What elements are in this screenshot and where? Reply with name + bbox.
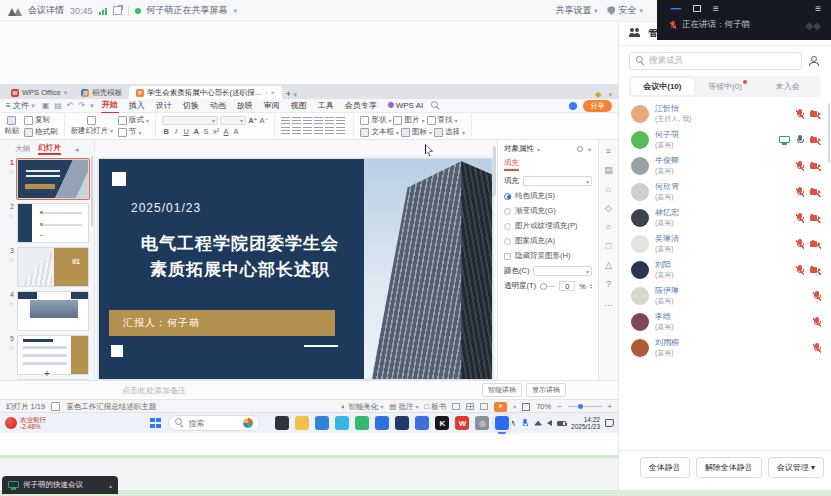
close-panel-icon[interactable]: × bbox=[588, 145, 592, 154]
slide-thumbnail[interactable]: 1☆ bbox=[0, 157, 94, 201]
mic-on-icon[interactable] bbox=[796, 135, 804, 146]
zoom-slider[interactable] bbox=[568, 406, 602, 407]
align-right-icon[interactable] bbox=[303, 127, 312, 135]
store-app-icon[interactable] bbox=[415, 416, 429, 430]
increase-font-icon[interactable]: A⁺ bbox=[248, 116, 257, 125]
mic-muted-icon[interactable] bbox=[813, 343, 821, 354]
menu-icon[interactable]: ≡ bbox=[815, 3, 821, 14]
ai-script-button[interactable]: 智能讲稿 bbox=[482, 383, 522, 397]
ribbon-dropdown-button[interactable]: 文本框▾ bbox=[360, 127, 399, 137]
screen-share-icon[interactable] bbox=[779, 136, 790, 145]
taskbar-search[interactable]: 搜索 bbox=[168, 415, 260, 431]
fill-option-radio[interactable]: 图片或纹理填充(P) bbox=[504, 221, 592, 231]
align-center-icon[interactable] bbox=[292, 127, 301, 135]
slide-thumbnail[interactable]: 4☆ bbox=[0, 289, 94, 333]
slide-thumbnail[interactable]: 3☆ 01 bbox=[0, 245, 94, 289]
stepper[interactable]: ▴▾ bbox=[590, 283, 592, 289]
wifi-icon[interactable] bbox=[534, 421, 542, 426]
chevron-down-icon[interactable]: ▾ bbox=[234, 7, 238, 15]
add-slide-button[interactable]: + bbox=[0, 368, 94, 379]
slide-date[interactable]: 2025/01/23 bbox=[131, 201, 201, 215]
beautify-star-icon[interactable]: ☆ bbox=[9, 212, 14, 219]
layout-window-icon[interactable] bbox=[693, 5, 701, 12]
zoom-in-button[interactable]: + bbox=[608, 402, 612, 411]
outline-tab[interactable]: 大纲 bbox=[15, 144, 30, 154]
camera-off-icon[interactable] bbox=[810, 110, 821, 119]
fill-option-radio[interactable]: 纯色填充(S) bbox=[504, 191, 592, 201]
building-photo[interactable] bbox=[364, 159, 492, 379]
outdent-icon[interactable] bbox=[303, 117, 312, 125]
theme-name[interactable]: 蓝色工作汇报总结述职主题 bbox=[66, 402, 156, 412]
show-notes-button[interactable]: 显示讲稿 bbox=[526, 383, 566, 397]
font-style-button[interactable]: A bbox=[232, 127, 240, 136]
camera-off-icon[interactable] bbox=[810, 240, 821, 249]
tray-mic-icon[interactable] bbox=[522, 418, 529, 427]
participant-row[interactable]: 吴琳清 (嘉宾) bbox=[619, 231, 831, 257]
ribbon-tab[interactable]: 审阅 bbox=[263, 99, 281, 113]
minimize-icon[interactable]: — bbox=[671, 3, 681, 14]
font-style-button[interactable]: A bbox=[222, 127, 230, 136]
reading-view-icon[interactable] bbox=[480, 403, 488, 410]
footer-button[interactable]: 全体静音 bbox=[640, 457, 690, 478]
number-list-icon[interactable] bbox=[292, 117, 301, 125]
mic-muted-icon[interactable] bbox=[796, 109, 804, 120]
hide-background-checkbox[interactable]: 隐藏背景图形(H) bbox=[504, 251, 592, 261]
color-select[interactable]: ▾ bbox=[533, 266, 592, 276]
ribbon-tab[interactable]: 开始 bbox=[101, 98, 119, 114]
canvas-scrollbar[interactable] bbox=[493, 146, 496, 196]
beautify-button[interactable]: ◐ 智能美化 ▾ bbox=[342, 402, 384, 412]
meeting-float-bar[interactable]: 何子萌的快速会议 ▴ bbox=[2, 476, 118, 494]
presenter-banner[interactable]: 汇报人：何子萌 bbox=[109, 310, 335, 336]
participant-tab[interactable]: 会议中(10) bbox=[631, 78, 694, 95]
security-button[interactable]: 安全 ▾ bbox=[607, 4, 643, 17]
participant-row[interactable]: 陈伊琳 (嘉宾) bbox=[619, 283, 831, 309]
task-view-icon[interactable] bbox=[275, 416, 289, 430]
mic-muted-icon[interactable] bbox=[796, 213, 804, 224]
camera-off-icon[interactable] bbox=[810, 266, 821, 275]
participant-row[interactable]: 牛俊卿 (嘉宾) bbox=[619, 153, 831, 179]
share-document-button[interactable]: 分享 bbox=[583, 100, 612, 112]
ribbon-tab[interactable]: 插入 bbox=[128, 99, 146, 113]
comment-button[interactable]: ▤ 批注 ▾ bbox=[389, 402, 418, 412]
wps-home-tab[interactable]: WWPS Office ▾ bbox=[4, 86, 74, 99]
settings-app-icon[interactable]: ◎ bbox=[475, 416, 489, 430]
footer-button[interactable]: 会议管理 ▾ bbox=[768, 457, 824, 478]
notification-center-icon[interactable] bbox=[605, 419, 614, 427]
decrease-font-icon[interactable]: A⁻ bbox=[260, 116, 269, 125]
text-direction-icon[interactable] bbox=[336, 117, 345, 125]
panel-tool-icon[interactable]: △ bbox=[605, 260, 612, 270]
k-app-icon[interactable]: K bbox=[435, 416, 449, 430]
notes-bar[interactable]: 点击此处添加备注 智能讲稿 显示讲稿 bbox=[0, 380, 618, 399]
participant-row[interactable]: 刘阳 (嘉宾) bbox=[619, 257, 831, 283]
mic-muted-icon[interactable] bbox=[813, 291, 821, 302]
chevron-down-icon[interactable]: ▾ bbox=[90, 102, 94, 109]
mic-muted-icon[interactable] bbox=[796, 265, 804, 276]
new-slide-button[interactable]: 新建幻灯片 ▾ bbox=[71, 116, 114, 136]
sorter-view-icon[interactable] bbox=[466, 403, 474, 410]
line-spacing-icon[interactable] bbox=[325, 117, 334, 125]
beautify-star-icon[interactable]: ☆ bbox=[9, 256, 14, 263]
collaboration-icon[interactable] bbox=[569, 102, 577, 110]
search-member-input[interactable]: 搜索成员 bbox=[629, 52, 802, 70]
format-painter-button[interactable]: 格式刷 bbox=[24, 127, 58, 137]
font-style-button[interactable]: I bbox=[172, 127, 180, 136]
font-style-button[interactable]: S bbox=[202, 127, 210, 136]
font-style-button[interactable]: x² bbox=[212, 127, 220, 136]
start-button[interactable] bbox=[150, 418, 161, 429]
paragraph-settings-icon[interactable] bbox=[336, 127, 345, 135]
bullet-list-icon[interactable] bbox=[281, 117, 290, 125]
beautify-star-icon[interactable]: ☆ bbox=[9, 344, 14, 351]
file-menu[interactable]: ≡ 文件 ▾ bbox=[6, 100, 35, 111]
ribbon-tab[interactable]: 会员专享 bbox=[344, 99, 378, 113]
normal-view-icon[interactable] bbox=[452, 403, 460, 410]
participant-row[interactable]: 林忆宏 (嘉宾) bbox=[619, 205, 831, 231]
news-widget[interactable]: 农业银行-2.48% bbox=[0, 416, 60, 430]
clock-app-icon[interactable] bbox=[375, 416, 389, 430]
mail-app-icon[interactable] bbox=[355, 416, 369, 430]
indent-icon[interactable] bbox=[314, 117, 323, 125]
add-member-icon[interactable] bbox=[808, 55, 821, 67]
notes-placeholder[interactable]: 点击此处添加备注 bbox=[122, 385, 186, 396]
participant-tab[interactable]: 等候中(0) bbox=[694, 78, 757, 95]
taskbar-clock[interactable]: 14:22 2025/1/23 bbox=[571, 416, 600, 431]
tray-expand-icon[interactable]: ∧ bbox=[509, 418, 516, 428]
